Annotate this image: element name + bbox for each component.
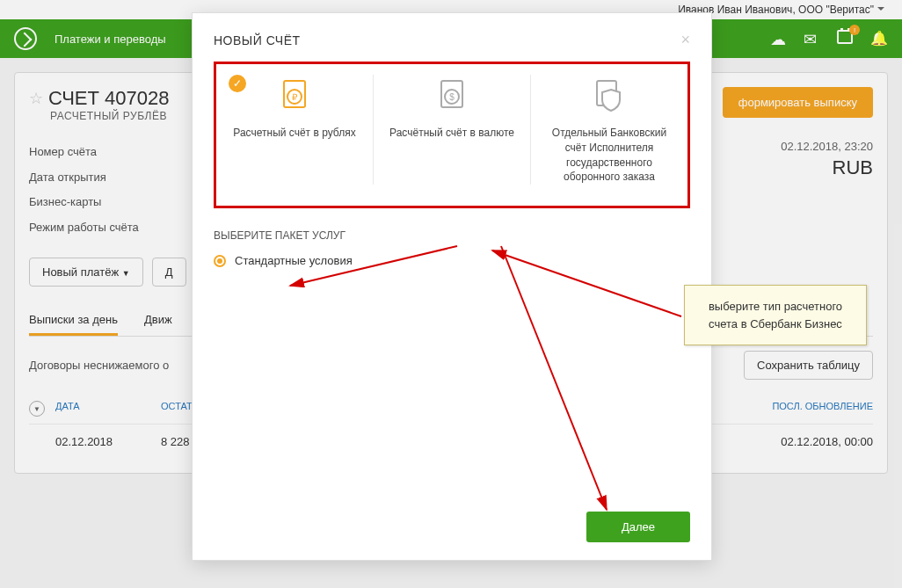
package-standard[interactable]: Стандартные условия	[214, 254, 690, 267]
shield-doc-icon	[542, 75, 677, 119]
ruble-doc-icon: ₽	[227, 75, 362, 119]
close-icon[interactable]: ×	[680, 31, 690, 49]
help-callout: выберите тип расчетного счета в Сбербанк…	[684, 285, 867, 345]
svg-text:$: $	[449, 92, 455, 102]
type-rub-account[interactable]: ✓ ₽ Расчетный счёт в рублях	[216, 75, 374, 185]
next-button[interactable]: Далее	[586, 512, 690, 542]
new-account-modal: НОВЫЙ СЧЁТ × ✓ ₽ Расчетный счёт в рублях…	[192, 12, 712, 561]
type-gov-account[interactable]: Отдельный Банковский счёт Исполнителя го…	[531, 75, 687, 185]
modal-title: НОВЫЙ СЧЁТ	[214, 33, 301, 47]
dollar-doc-icon: $	[384, 75, 520, 119]
package-title: ВЫБЕРИТЕ ПАКЕТ УСЛУГ	[214, 229, 690, 242]
type-fx-account[interactable]: $ Расчётный счёт в валюте	[374, 75, 531, 185]
radio-icon	[214, 255, 226, 267]
account-types: ✓ ₽ Расчетный счёт в рублях $ Расчётный …	[214, 62, 690, 208]
svg-text:₽: ₽	[292, 92, 298, 102]
check-icon: ✓	[229, 75, 246, 92]
